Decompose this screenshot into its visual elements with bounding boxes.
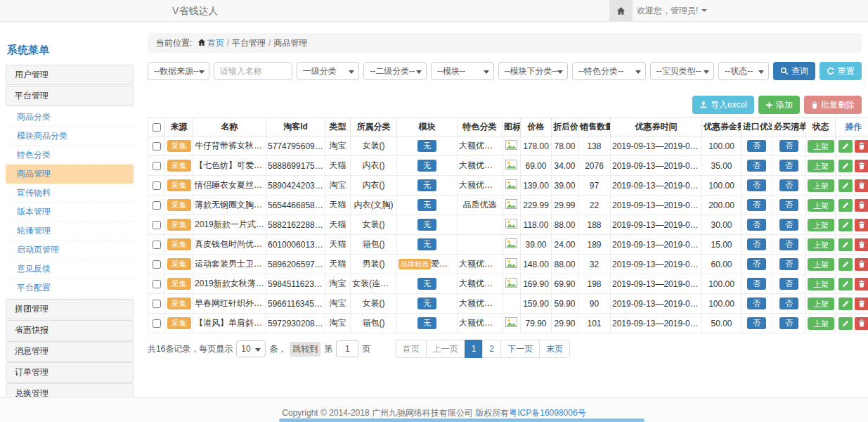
jump-button[interactable]: 跳转到 — [290, 342, 320, 357]
status-button[interactable]: 上架 — [808, 179, 834, 192]
filter-select-7[interactable]: --状态-- — [718, 62, 769, 80]
imported-toggle[interactable]: 否 — [747, 258, 766, 270]
edit-button[interactable] — [838, 298, 853, 310]
imported-toggle[interactable]: 否 — [747, 298, 766, 309]
sidebar-item[interactable]: 启动页管理 — [6, 241, 134, 260]
must-buy-toggle[interactable]: 否 — [779, 317, 798, 329]
module-none-badge[interactable]: 无 — [417, 317, 436, 329]
imported-toggle[interactable]: 否 — [747, 278, 766, 290]
user-menu[interactable]: 欢迎您，管理员! — [637, 0, 707, 21]
status-button[interactable]: 上架 — [808, 278, 834, 290]
page-button[interactable]: 首页 — [396, 340, 427, 358]
status-button[interactable]: 上架 — [808, 298, 834, 310]
page-button[interactable]: 末页 — [539, 340, 570, 358]
sidebar-group-header[interactable]: 拼团管理 — [6, 299, 134, 319]
reset-button[interactable]: 重置 — [820, 62, 862, 80]
search-button[interactable]: 查询 — [773, 62, 815, 80]
imported-toggle[interactable]: 否 — [747, 140, 766, 152]
row-checkbox[interactable] — [153, 241, 161, 249]
status-button[interactable]: 上架 — [808, 140, 834, 153]
sidebar-item[interactable]: 商品分类 — [6, 108, 134, 127]
imported-toggle[interactable]: 否 — [747, 199, 766, 211]
sidebar-item[interactable]: 商品管理 — [6, 165, 134, 184]
module-none-badge[interactable]: 无 — [417, 140, 436, 152]
sidebar-item[interactable]: 版本管理 — [6, 203, 134, 222]
filter-select-4[interactable]: --模块下分类-- — [498, 62, 569, 80]
row-checkbox[interactable] — [153, 142, 161, 151]
row-checkbox[interactable] — [153, 300, 161, 308]
imported-toggle[interactable]: 否 — [747, 219, 766, 231]
home-button[interactable] — [609, 0, 633, 21]
edit-button[interactable] — [838, 160, 853, 172]
name-search-input[interactable] — [214, 62, 292, 80]
page-button[interactable]: 下一页 — [500, 340, 540, 358]
sidebar-item[interactable]: 特色分类 — [6, 146, 134, 165]
status-button[interactable]: 上架 — [808, 160, 834, 172]
delete-button[interactable] — [855, 179, 868, 192]
status-button[interactable]: 上架 — [808, 258, 834, 271]
add-button[interactable]: 添加 — [758, 96, 800, 114]
delete-button[interactable] — [855, 238, 868, 251]
edit-button[interactable] — [838, 219, 853, 231]
horizontal-scrollbar-thumb[interactable] — [279, 418, 644, 422]
must-buy-toggle[interactable]: 否 — [779, 160, 798, 172]
status-button[interactable]: 上架 — [808, 219, 834, 231]
delete-button[interactable] — [855, 160, 868, 172]
delete-button[interactable] — [855, 199, 868, 212]
must-buy-toggle[interactable]: 否 — [779, 278, 798, 290]
sidebar-group-header[interactable]: 兑换管理 — [6, 383, 134, 397]
must-buy-toggle[interactable]: 否 — [779, 140, 798, 152]
page-button[interactable]: 2 — [482, 340, 501, 358]
module-none-badge[interactable]: 无 — [417, 238, 436, 250]
row-checkbox[interactable] — [153, 221, 161, 229]
must-buy-toggle[interactable]: 否 — [779, 298, 798, 309]
edit-button[interactable] — [838, 179, 853, 192]
breadcrumb-home-link[interactable]: 首页 — [207, 38, 224, 48]
page-button[interactable]: 上一页 — [426, 340, 465, 358]
page-button[interactable]: 1 — [465, 340, 484, 358]
sidebar-item[interactable]: 平台配置 — [6, 279, 134, 298]
delete-button[interactable] — [855, 219, 868, 231]
row-checkbox[interactable] — [153, 260, 161, 269]
module-none-badge[interactable]: 无 — [417, 199, 436, 211]
row-checkbox[interactable] — [153, 319, 161, 328]
edit-button[interactable] — [838, 238, 853, 251]
edit-button[interactable] — [838, 140, 853, 153]
imported-toggle[interactable]: 否 — [747, 160, 766, 172]
filter-select-5[interactable]: --特色分类-- — [572, 62, 646, 80]
row-checkbox[interactable] — [153, 280, 161, 288]
filter-select-2[interactable]: --二级分类-- — [363, 62, 427, 80]
sidebar-group-header[interactable]: 省惠快报 — [6, 320, 134, 340]
page-number-input[interactable] — [336, 340, 358, 357]
module-none-badge[interactable]: 无 — [417, 298, 436, 309]
must-buy-toggle[interactable]: 否 — [779, 199, 798, 211]
sidebar-group-header[interactable]: 平台管理 — [6, 86, 134, 106]
sidebar-group-header[interactable]: 用户管理 — [6, 65, 134, 85]
edit-button[interactable] — [838, 199, 853, 212]
delete-button[interactable] — [855, 140, 868, 153]
must-buy-toggle[interactable]: 否 — [779, 238, 798, 250]
delete-button[interactable] — [855, 317, 868, 330]
must-buy-toggle[interactable]: 否 — [779, 179, 798, 191]
module-none-badge[interactable]: 无 — [417, 278, 436, 290]
module-none-badge[interactable]: 无 — [417, 179, 436, 191]
delete-button[interactable] — [855, 258, 868, 271]
edit-button[interactable] — [838, 317, 853, 330]
row-checkbox[interactable] — [153, 162, 161, 170]
module-none-badge[interactable]: 无 — [417, 160, 436, 172]
icp-link[interactable]: 粤ICP备16098006号 — [509, 408, 585, 418]
must-buy-toggle[interactable]: 否 — [779, 219, 798, 231]
select-all-checkbox[interactable] — [153, 123, 161, 132]
sidebar-item[interactable]: 轮播管理 — [6, 222, 134, 241]
row-checkbox[interactable] — [153, 201, 161, 210]
sidebar-item[interactable]: 模块商品分类 — [6, 127, 134, 146]
delete-button[interactable] — [855, 298, 868, 310]
per-page-select[interactable]: 10 — [236, 340, 266, 357]
delete-button[interactable] — [855, 278, 868, 290]
sidebar-group-header[interactable]: 订单管理 — [6, 362, 134, 383]
must-buy-toggle[interactable]: 否 — [779, 258, 798, 270]
filter-select-6[interactable]: --宝贝类型-- — [650, 62, 715, 80]
import-excel-button[interactable]: 导入excel — [692, 96, 754, 114]
sidebar-group-header[interactable]: 消息管理 — [6, 341, 134, 362]
status-button[interactable]: 上架 — [808, 238, 834, 251]
